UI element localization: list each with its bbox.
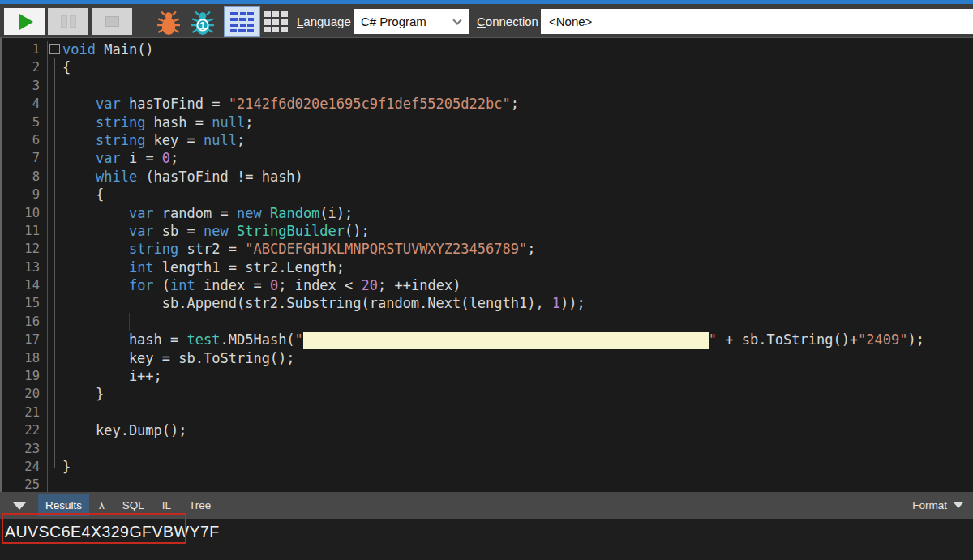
line-number: 19 (2, 367, 48, 385)
rich-text-results-icon[interactable] (224, 6, 260, 37)
fold-collapse-icon[interactable]: - (49, 44, 60, 54)
line-number: 1 (2, 41, 48, 58)
code-line: 9 { (2, 186, 973, 203)
line-number: 8 (2, 168, 48, 186)
code-line: 16 (2, 313, 973, 331)
language-dropdown-value: C# Program (361, 15, 426, 28)
debug-bug-1-icon[interactable]: 1 (187, 10, 218, 36)
fold-margin (48, 421, 62, 439)
fold-margin (48, 440, 62, 458)
line-number: 6 (2, 131, 48, 149)
toolbar: 1 Language C# Program Connection <None> (0, 4, 973, 38)
code-line: 6 string key = null; (2, 131, 973, 149)
line-number: 16 (2, 313, 48, 331)
code-text: while (hasToFind != hash) (62, 168, 303, 186)
fold-margin (48, 349, 62, 367)
line-number: 14 (2, 276, 48, 294)
line-number: 24 (2, 458, 48, 476)
code-line: 1-void Main() (2, 41, 973, 58)
line-number: 15 (2, 294, 48, 312)
code-text: } (62, 458, 71, 476)
line-number: 9 (2, 186, 48, 203)
code-text: for (int index = 0; index < 20; ++index) (62, 276, 461, 294)
code-line: 7 var i = 0; (2, 149, 973, 167)
fold-margin (48, 458, 62, 476)
code-text: key = sb.ToString(); (62, 349, 295, 367)
code-text: i++; (62, 367, 162, 385)
svg-text:1: 1 (199, 19, 206, 32)
fold-margin (48, 58, 62, 76)
line-number: 2 (2, 58, 48, 76)
fold-margin (48, 331, 62, 348)
play-icon (19, 14, 33, 30)
language-dropdown[interactable]: C# Program (354, 9, 469, 34)
stop-button[interactable] (92, 8, 132, 35)
code-text: string key = null; (62, 131, 245, 149)
code-line: 25 (2, 476, 973, 492)
fold-margin (48, 259, 62, 276)
language-label: Language (297, 15, 351, 28)
fold-margin (48, 367, 62, 385)
code-line: 3 (2, 77, 973, 95)
panel-collapse-icon[interactable] (13, 502, 26, 510)
code-line: 11 var sb = new StringBuilder(); (2, 222, 973, 240)
code-text: string hash = null; (62, 113, 253, 131)
code-area: 1-void Main()2{34 var hasToFind = "2142f… (2, 41, 973, 492)
code-text: sb.Append(str2.Substring(random.Next(len… (62, 294, 585, 312)
fold-margin (48, 95, 62, 113)
code-line: 8 while (hasToFind != hash) (2, 168, 973, 186)
line-number: 4 (2, 95, 48, 113)
run-button[interactable] (4, 8, 45, 35)
code-editor[interactable]: 1-void Main()2{34 var hasToFind = "2142f… (0, 38, 973, 492)
code-line: 23 (2, 440, 973, 458)
fold-margin (48, 476, 62, 492)
line-number: 10 (2, 204, 48, 222)
line-number: 23 (2, 440, 48, 458)
code-line: 18 key = sb.ToString(); (2, 349, 973, 367)
result-highlight-annotation (2, 513, 186, 544)
code-line: 19 i++; (2, 367, 973, 385)
line-number: 13 (2, 259, 48, 276)
fold-margin (48, 222, 62, 240)
pause-button[interactable] (48, 8, 88, 35)
fold-margin (48, 77, 62, 95)
line-number: 5 (2, 113, 48, 131)
code-line: 17 hash = test.MD5Hash("" + sb.ToString(… (2, 331, 973, 348)
fold-margin (48, 404, 62, 421)
fold-margin (48, 149, 62, 167)
fold-margin: - (48, 41, 62, 58)
code-text: } (62, 385, 104, 403)
fold-margin (48, 113, 62, 131)
code-line: 10 var random = new Random(i); (2, 204, 973, 222)
tab-tree[interactable]: Tree (181, 494, 219, 516)
code-text: var sb = new StringBuilder(); (62, 222, 370, 240)
connection-field[interactable]: <None> (541, 9, 973, 34)
linqpad-window: 1 Language C# Program Connection <None> … (0, 0, 973, 560)
fold-margin (48, 168, 62, 186)
chevron-down-icon (954, 502, 963, 508)
line-number: 11 (2, 222, 48, 240)
fold-margin (48, 276, 62, 294)
chevron-down-icon (452, 15, 461, 24)
format-label: Format (912, 499, 947, 511)
code-line: 21 (2, 404, 973, 421)
code-text: int length1 = str2.Length; (62, 259, 345, 276)
line-number: 3 (2, 77, 48, 95)
code-line: 20 } (2, 385, 973, 403)
fold-margin (48, 204, 62, 222)
code-text: void Main() (62, 41, 154, 58)
debug-bug-icon[interactable] (153, 10, 184, 36)
redacted-string-highlight (303, 332, 709, 349)
code-text: var i = 0; (62, 149, 178, 167)
data-grid-results-icon[interactable] (264, 11, 288, 32)
format-dropdown[interactable]: Format (912, 492, 963, 519)
code-line: 14 for (int index = 0; index < 20; ++ind… (2, 276, 973, 294)
code-text: hash = test.MD5Hash("" + sb.ToString()+"… (62, 331, 924, 348)
code-text: string str2 = "ABCDEFGHJKLMNPQRSTUVWXYZ2… (62, 240, 535, 258)
connection-value: <None> (549, 15, 592, 28)
code-line: 15 sb.Append(str2.Substring(random.Next(… (2, 294, 973, 312)
line-number: 25 (2, 476, 48, 492)
code-text: var hasToFind = "2142f6d020e1695c9f1def5… (62, 95, 519, 113)
fold-margin (48, 186, 62, 203)
code-line: 13 int length1 = str2.Length; (2, 259, 973, 276)
